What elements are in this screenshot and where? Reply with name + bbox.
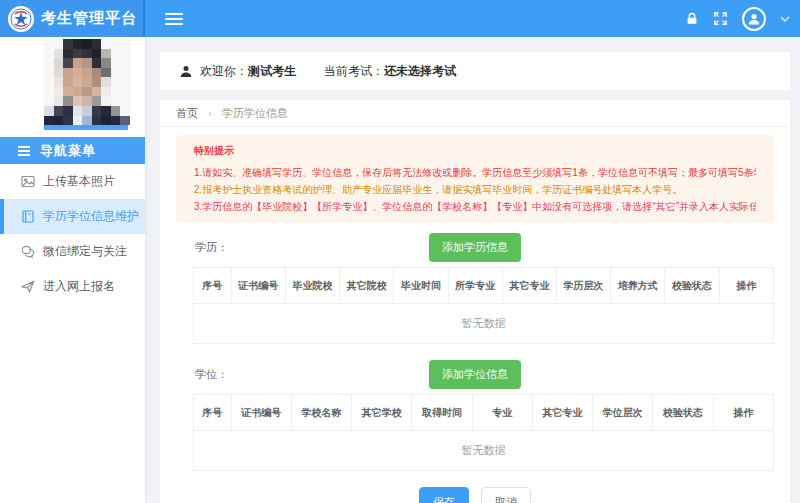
menu-bars-icon [18, 144, 30, 158]
column-header: 其它学校 [352, 395, 412, 431]
column-header: 校验状态 [653, 395, 713, 431]
column-header: 毕业时间 [394, 268, 448, 304]
special-notice: 特别提示 1.请如实、准确填写学历、学位信息，保存后将无法修改或删除。学历信息至… [176, 135, 774, 223]
chevron-down-icon[interactable] [780, 15, 790, 23]
degree-table: 序号 证书编号 学校名称 其它学校 取得时间 专业 其它专业 学位层次 校验状态… [193, 394, 774, 471]
breadcrumb-home[interactable]: 首页 [176, 107, 198, 119]
cancel-button[interactable]: 取消 [481, 487, 531, 503]
content-card: 首页 › 学历学位信息 特别提示 1.请如实、准确填写学历、学位信息，保存后将无… [160, 100, 790, 503]
degree-empty-row: 暂无数据 [194, 431, 774, 471]
form-actions: 保存 取消 [160, 487, 790, 503]
main-area: 欢迎你：测试考生 当前考试：还未选择考试 首页 › 学历学位信息 特别提示 1.… [145, 37, 800, 503]
column-header: 取得时间 [412, 395, 472, 431]
add-education-button[interactable]: 添加学历信息 [429, 233, 521, 262]
sidebar-item-online-registration[interactable]: 进入网上报名 [0, 269, 145, 304]
nav-menu-title: 导航菜单 [40, 142, 96, 160]
column-header: 专业 [472, 395, 532, 431]
sidebar-item-label: 上传基本照片 [43, 173, 115, 190]
notice-line-1: 1.请如实、准确填写学历、学位信息，保存后将无法修改或删除。学历信息至少须填写1… [194, 164, 756, 181]
current-exam-label: 当前考试： [324, 63, 384, 80]
sidebar-item-education-info[interactable]: 学历学位信息维护 [0, 199, 145, 234]
column-header: 毕业院校 [285, 268, 339, 304]
column-header: 证书编号 [231, 395, 291, 431]
empty-text: 暂无数据 [194, 431, 774, 471]
sidebar-item-wechat[interactable]: 微信绑定与关注 [0, 234, 145, 269]
welcome-label: 欢迎你： [200, 63, 248, 80]
sidebar-item-label: 进入网上报名 [43, 278, 115, 295]
sidebar-menu: 上传基本照片 学历学位信息维护 微信绑定与关注 [0, 164, 145, 304]
degree-section-header: 学位： 添加学位信息 [193, 360, 757, 386]
welcome-bar: 欢迎你：测试考生 当前考试：还未选择考试 [160, 52, 790, 90]
column-header: 学历层次 [557, 268, 611, 304]
education-label: 学历： [195, 240, 228, 255]
notice-title: 特别提示 [194, 144, 756, 158]
add-degree-button[interactable]: 添加学位信息 [429, 360, 521, 389]
paper-plane-icon [21, 280, 35, 293]
column-header: 其它专业 [532, 395, 592, 431]
column-header: 所学专业 [448, 268, 502, 304]
breadcrumb-separator: › [208, 107, 212, 119]
column-header: 校验状态 [665, 268, 719, 304]
notice-line-2: 2.报考护士执业资格考试的护理、助产专业应届毕业生，请据实填写毕业时间，学历证书… [194, 181, 756, 198]
column-header: 其它专业 [502, 268, 556, 304]
sidebar-item-label: 学历学位信息维护 [43, 208, 139, 225]
column-header: 操作 [719, 268, 773, 304]
column-header: 其它院校 [340, 268, 394, 304]
sidebar-item-label: 微信绑定与关注 [43, 243, 127, 260]
app-title: 考生管理平台 [41, 9, 137, 28]
column-header: 操作 [713, 395, 773, 431]
current-exam-value: 还未选择考试 [384, 63, 456, 80]
education-table-header-row: 序号 证书编号 毕业院校 其它院校 毕业时间 所学专业 其它专业 学历层次 培养… [194, 268, 774, 304]
user-avatar[interactable] [742, 7, 766, 31]
column-header: 序号 [194, 268, 232, 304]
degree-label: 学位： [195, 367, 228, 382]
person-icon [180, 65, 192, 78]
sidebar-item-upload-photo[interactable]: 上传基本照片 [0, 164, 145, 199]
app-header: 考生管理平台 [0, 0, 800, 37]
sidebar: 导航菜单 上传基本照片 学历学位信息维护 [0, 37, 145, 503]
fullscreen-icon[interactable] [713, 11, 728, 26]
nav-menu-header: 导航菜单 [0, 137, 145, 164]
lock-icon[interactable] [685, 11, 699, 26]
notebook-icon [21, 210, 35, 223]
menu-toggle-icon[interactable] [165, 10, 183, 28]
column-header: 学位层次 [593, 395, 653, 431]
column-header: 证书编号 [231, 268, 285, 304]
degree-table-header-row: 序号 证书编号 学校名称 其它学校 取得时间 专业 其它专业 学位层次 校验状态… [194, 395, 774, 431]
candidate-name: 测试考生 [248, 63, 296, 80]
brand: 考生管理平台 [0, 0, 145, 37]
breadcrumb: 首页 › 学历学位信息 [160, 100, 790, 127]
save-button[interactable]: 保存 [419, 487, 469, 503]
app-logo-icon [8, 6, 34, 32]
empty-text: 暂无数据 [194, 304, 774, 344]
breadcrumb-current: 学历学位信息 [222, 107, 288, 119]
image-icon [21, 175, 35, 188]
education-section-header: 学历： 添加学历信息 [193, 233, 757, 259]
candidate-photo [44, 37, 130, 133]
notice-line-3: 3.学历信息的【毕业院校】【所学专业】、学位信息的【学校名称】【专业】中如没有可… [194, 198, 756, 215]
column-header: 培养方式 [611, 268, 665, 304]
column-header: 序号 [194, 395, 232, 431]
wechat-icon [21, 245, 35, 258]
education-table: 序号 证书编号 毕业院校 其它院校 毕业时间 所学专业 其它专业 学历层次 培养… [193, 267, 774, 344]
column-header: 学校名称 [291, 395, 351, 431]
education-empty-row: 暂无数据 [194, 304, 774, 344]
